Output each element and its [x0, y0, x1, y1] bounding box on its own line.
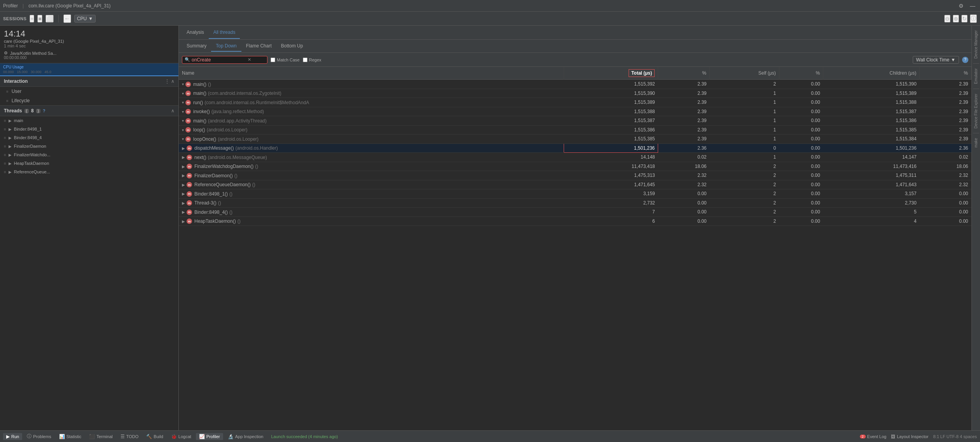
table-row[interactable]: ▾mloop() (android.os.Looper)1,515,3862.3…	[179, 125, 971, 135]
regex-checkbox[interactable]	[303, 58, 307, 62]
expand-arrow[interactable]: ▶	[182, 183, 185, 187]
table-row[interactable]: ▶mdispatchMessage() (android.os.Handler)…	[179, 143, 971, 153]
todo-button[interactable]: ☰ TODO	[117, 433, 142, 440]
wall-clock-dropdown-icon: ▼	[951, 57, 956, 63]
expand-arrow[interactable]: ▶	[182, 164, 185, 169]
match-case-option[interactable]: Match Case	[271, 58, 300, 62]
thread-heap-task[interactable]: ≡ ▶ HeapTaskDaemon	[0, 159, 178, 168]
cell-total: 3,159	[564, 189, 658, 199]
search-input[interactable]	[192, 57, 246, 63]
settings-icon[interactable]: ⚙	[957, 2, 965, 10]
tab-top-down[interactable]: Top Down	[211, 41, 241, 52]
session-method[interactable]: ⚙ Java/Kotlin Method Sa...	[4, 51, 175, 56]
interaction-lifecycle-item[interactable]: ≡ Lifecycle	[0, 96, 178, 105]
interaction-collapse-icon[interactable]: ∧	[171, 79, 175, 84]
table-row[interactable]: ▾mmain() ()1,515,3922.3920.001,515,3902.…	[179, 80, 971, 89]
cell-pct-total: 2.39	[658, 116, 710, 126]
layout-inspector-button[interactable]: 🖼 Layout Inspector	[891, 434, 928, 439]
interaction-menu-icon[interactable]: ⋮	[165, 79, 169, 84]
expand-arrow[interactable]: ▾	[182, 100, 184, 105]
search-clear-icon[interactable]: ✕	[248, 57, 251, 62]
run-button[interactable]: ▶ Run	[3, 433, 22, 440]
terminal-button[interactable]: ⬛ Terminal	[86, 433, 116, 440]
build-button[interactable]: 🔨 Build	[143, 433, 166, 440]
search-box[interactable]: 🔍 ✕	[182, 56, 267, 64]
expand-arrow[interactable]: ▾	[182, 91, 184, 96]
app-inspection-button[interactable]: 🔬 App Inspection	[225, 433, 267, 440]
thread-reference-queue[interactable]: ≡ ▶ ReferenceQueue...	[0, 168, 178, 176]
table-row[interactable]: ▾mloopOnce() (android.os.Looper)1,515,38…	[179, 135, 971, 144]
table-row[interactable]: ▶mBinder:8498_1() ()3,1590.0020.003,1570…	[179, 189, 971, 199]
statistic-button[interactable]: 📊 Statistic	[56, 433, 85, 440]
zoom-in-icon[interactable]: ⊕	[953, 15, 959, 23]
table-row[interactable]: ▶mnext() (android.os.MessageQueue)14,148…	[179, 153, 971, 162]
table-row[interactable]: ▶mHeapTaskDaemon() ()60.0020.0040.00	[179, 217, 971, 226]
cell-name: ▶mnext() (android.os.MessageQueue)	[179, 153, 564, 162]
session-duration: 1 min 4 sec	[4, 44, 175, 48]
threads-help-icon[interactable]: ?	[43, 108, 45, 113]
expand-arrow[interactable]: ▾	[182, 137, 184, 141]
table-row[interactable]: ▾mmain() (android.app.ActivityThread)1,5…	[179, 116, 971, 126]
tab-bottom-up[interactable]: Bottom Up	[276, 41, 308, 52]
help-button[interactable]: ?	[962, 57, 968, 63]
tab-flame-chart[interactable]: Flame Chart	[241, 41, 276, 52]
tab-analysis[interactable]: Analysis	[182, 26, 209, 39]
expand-arrow[interactable]: ▾	[182, 82, 184, 86]
profiler-button[interactable]: 📈 Profiler	[196, 433, 223, 440]
side-make[interactable]: make	[973, 135, 979, 150]
expand-arrow[interactable]: ▶	[182, 192, 185, 196]
tab-all-threads[interactable]: All threads	[209, 26, 240, 39]
status-message: Launch succeeded (4 minutes ago)	[271, 434, 338, 439]
stop-button[interactable]: ■	[37, 15, 42, 23]
expand-arrow[interactable]: ▾	[182, 119, 184, 123]
cpu-dropdown[interactable]: CPU ▼	[74, 15, 96, 23]
table-row[interactable]: ▾minvoke() (java.lang.reflect.Method)1,5…	[179, 107, 971, 116]
thread-binder4-label: Binder:8498_4	[14, 135, 42, 140]
expand-arrow[interactable]: ▶	[182, 146, 185, 150]
minimize-icon[interactable]: —	[968, 2, 977, 10]
table-row[interactable]: ▶mBinder:8498_4() ()70.0020.0050.00	[179, 208, 971, 217]
method-icon: m	[185, 127, 191, 133]
cell-total: 1,515,386	[564, 125, 658, 135]
table-row[interactable]: ▶mThread-3() ()2,7320.0020.002,7300.00	[179, 198, 971, 208]
threads-collapse-icon[interactable]: ∧	[171, 108, 175, 114]
refresh-icon[interactable]: ↻	[961, 15, 968, 23]
thread-finalizer-daemon[interactable]: ≡ ▶ FinalizerDaemon	[0, 142, 178, 150]
thread-binder4[interactable]: ≡ ▶ Binder:8498_4	[0, 133, 178, 142]
regex-option[interactable]: Regex	[303, 58, 321, 62]
col-pct-children: %	[920, 67, 971, 80]
expand-arrow[interactable]: ▶	[182, 219, 185, 224]
info-icon[interactable]: ⓘ	[970, 14, 977, 23]
cell-name: ▶mFinalizerWatchdogDaemon() ()	[179, 162, 564, 171]
expand-arrow[interactable]: ▾	[182, 128, 184, 132]
thread-binder1[interactable]: ≡ ▶ Binder:8498_1	[0, 125, 178, 133]
cell-pct-self: 0.00	[779, 198, 823, 208]
thread-main[interactable]: ≡ ▶ main	[0, 116, 178, 125]
event-log-button[interactable]: 2 Event Log	[860, 434, 887, 439]
tab-summary[interactable]: Summary	[182, 41, 211, 52]
match-case-checkbox[interactable]	[271, 58, 275, 62]
interaction-user-item[interactable]: ≡ User	[0, 87, 178, 96]
back-button[interactable]: ←	[63, 14, 71, 23]
zoom-out-icon[interactable]: ⊖	[944, 15, 950, 23]
table-row[interactable]: ▶mReferenceQueueDaemon() ()1,471,6452.32…	[179, 180, 971, 189]
expand-arrow[interactable]: ▶	[182, 173, 185, 178]
problems-button[interactable]: ⓘ Problems	[24, 432, 54, 440]
expand-arrow[interactable]: ▾	[182, 110, 184, 114]
table-row[interactable]: ▾mrun() (com.android.internal.os.Runtime…	[179, 98, 971, 107]
method-name: loopOnce()	[193, 136, 216, 142]
side-device-manager[interactable]: Device Manager	[973, 27, 979, 62]
wall-clock-dropdown[interactable]: Wall Clock Time ▼	[913, 56, 959, 64]
expand-arrow[interactable]: ▶	[182, 155, 185, 159]
table-row[interactable]: ▶mFinalizerWatchdogDaemon() ()11,473,418…	[179, 162, 971, 171]
expand-arrow[interactable]: ▶	[182, 201, 185, 205]
side-device-file-explorer[interactable]: Device File Explorer	[973, 91, 979, 131]
table-row[interactable]: ▾mmain() (com.android.internal.os.Zygote…	[179, 89, 971, 98]
thread-finalizer-watchdog[interactable]: ≡ ▶ FinalizerWatchdo...	[0, 150, 178, 159]
table-row[interactable]: ▶mFinalizerDaemon() ()1,475,3132.3220.00…	[179, 171, 971, 180]
side-emulator[interactable]: Emulator	[973, 65, 979, 87]
logcat-button[interactable]: 🐞 Logcat	[168, 433, 194, 440]
add-session-button[interactable]: +	[30, 15, 34, 23]
expand-arrow[interactable]: ▶	[182, 210, 185, 214]
window-button[interactable]: ⬜	[45, 15, 54, 23]
